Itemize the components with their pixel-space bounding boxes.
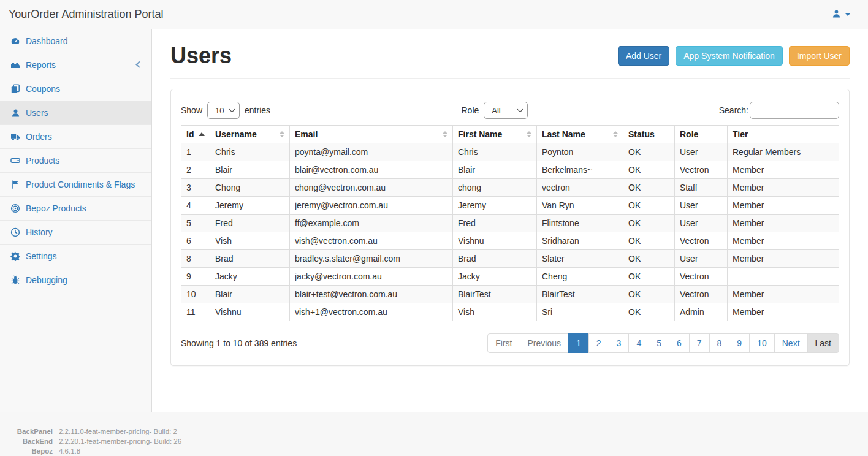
- version-footer: BackPanel2.2.11.0-feat-member-pricing- B…: [0, 412, 868, 456]
- search-input[interactable]: [750, 102, 839, 119]
- table-row[interactable]: 2Blairblair@vectron.com.auBlairBerkelman…: [181, 161, 839, 179]
- gear-icon: [10, 251, 21, 261]
- sidebar-item-label: Coupons: [26, 84, 60, 94]
- page-size-control: Show 10 entries: [181, 102, 270, 119]
- sidebar-item-product-condiments-flags[interactable]: Product Condiments & Flags: [0, 173, 151, 197]
- pagination-page-10[interactable]: 10: [749, 333, 775, 353]
- app-title: YourOrder Administration Portal: [9, 8, 163, 21]
- role-filter-control: Role All: [462, 102, 528, 119]
- chart-area-icon: [10, 60, 21, 70]
- pagination-page-3[interactable]: 3: [609, 333, 630, 353]
- sort-asc-icon: [199, 132, 205, 136]
- pagination-next[interactable]: Next: [774, 333, 808, 353]
- chevron-down-icon: [845, 13, 851, 16]
- collapse-chevron-icon[interactable]: [135, 61, 142, 68]
- show-label: Show: [181, 105, 202, 115]
- divider: [170, 78, 850, 79]
- column-header-tier[interactable]: Tier: [728, 126, 839, 143]
- pagination-page-9[interactable]: 9: [729, 333, 750, 353]
- bug-icon: [10, 275, 21, 285]
- user-icon: [10, 108, 21, 118]
- table-row[interactable]: 9Jackyjacky@vectron.com.auJackyChengOKVe…: [181, 268, 839, 286]
- column-header-username[interactable]: Username: [210, 126, 290, 143]
- sort-icon: [527, 131, 531, 137]
- sidebar-item-products[interactable]: Products: [0, 149, 151, 173]
- user-menu[interactable]: [832, 9, 851, 20]
- pagination-last[interactable]: Last: [807, 333, 839, 353]
- role-filter-select[interactable]: All: [484, 102, 528, 119]
- sidebar-item-settings[interactable]: Settings: [0, 245, 151, 268]
- pagination-page-4[interactable]: 4: [628, 333, 649, 353]
- table-row[interactable]: 11Vishnuvish+1@vectron.com.auVishSriOKAd…: [181, 303, 839, 321]
- entries-summary: Showing 1 to 10 of 389 entries: [181, 338, 297, 348]
- column-header-first-name[interactable]: First Name: [453, 126, 537, 143]
- table-row[interactable]: 4Jeremyjeremy@vectron.com.auJeremyVan Ry…: [181, 197, 839, 215]
- sidebar-item-label: Settings: [26, 251, 57, 261]
- sidebar-item-history[interactable]: History: [0, 221, 151, 245]
- sidebar-item-dashboard[interactable]: Dashboard: [0, 29, 151, 53]
- app-system-notification-button[interactable]: App System Notification: [676, 46, 783, 66]
- table-row[interactable]: 3Chongchong@vectron.com.auchongvectronOK…: [181, 179, 839, 197]
- entries-label: entries: [245, 105, 270, 115]
- sidebar-item-bepoz-products[interactable]: Bepoz Products: [0, 197, 151, 221]
- column-header-last-name[interactable]: Last Name: [537, 126, 623, 143]
- sidebar-item-label: Dashboard: [26, 36, 68, 46]
- sidebar-item-label: History: [26, 227, 53, 237]
- pagination-page-5[interactable]: 5: [649, 333, 669, 353]
- pagination-first[interactable]: First: [487, 333, 520, 353]
- sidebar-item-label: Products: [26, 156, 59, 165]
- pagination-page-1[interactable]: 1: [568, 333, 589, 353]
- sort-icon: [443, 131, 447, 137]
- role-label: Role: [462, 105, 479, 115]
- sidebar-item-orders[interactable]: Orders: [0, 125, 151, 149]
- pagination-page-2[interactable]: 2: [588, 333, 609, 353]
- pagination-page-7[interactable]: 7: [689, 333, 710, 353]
- add-user-button[interactable]: Add User: [618, 46, 669, 66]
- sidebar-item-label: Orders: [26, 132, 52, 142]
- table-row[interactable]: 5Fredff@example.comFredFlintstoneOKUserM…: [181, 215, 839, 232]
- flag-icon: [10, 180, 21, 189]
- import-user-button[interactable]: Import User: [789, 46, 850, 66]
- column-header-email[interactable]: Email: [290, 126, 453, 143]
- drive-icon: [10, 156, 21, 165]
- pagination-page-8[interactable]: 8: [709, 333, 730, 353]
- sidebar-item-label: Users: [26, 108, 48, 118]
- table-row[interactable]: 10Blairblair+test@vectron.com.auBlairTes…: [181, 286, 839, 303]
- user-icon: [832, 9, 841, 20]
- sort-icon: [613, 131, 618, 137]
- version-row: BackEnd2.2.20.1-feat-member-pricing- Bui…: [13, 436, 868, 446]
- users-table: Id Username Email First Name Last Name: [181, 125, 839, 321]
- sidebar-item-label: Product Condiments & Flags: [26, 180, 135, 189]
- coupons-icon: [10, 84, 21, 94]
- table-row[interactable]: 8Bradbradley.s.slater@gmail.comBradSlate…: [181, 250, 839, 268]
- page-title: Users: [170, 43, 232, 69]
- column-header-id[interactable]: Id: [181, 126, 210, 143]
- sidebar-item-reports[interactable]: Reports: [0, 53, 151, 77]
- bullseye-icon: [10, 203, 21, 213]
- sidebar-item-coupons[interactable]: Coupons: [0, 77, 151, 101]
- page-size-select[interactable]: 10: [207, 102, 240, 119]
- sidebar-item-label: Bepoz Products: [26, 203, 86, 213]
- sidebar: Dashboard Reports Coupons Users Order: [0, 29, 152, 412]
- pagination-previous[interactable]: Previous: [520, 333, 569, 353]
- search-label: Search:: [719, 105, 748, 115]
- version-row: Bepoz4.6.1.8: [13, 446, 868, 456]
- top-navbar: YourOrder Administration Portal: [0, 0, 868, 29]
- column-header-status[interactable]: Status: [623, 126, 675, 143]
- table-row[interactable]: 6Vishvish@vectron.com.auVishnuSridharanO…: [181, 232, 839, 250]
- dashboard-icon: [10, 36, 21, 46]
- pagination-page-6[interactable]: 6: [669, 333, 690, 353]
- version-row: BackPanel2.2.11.0-feat-member-pricing- B…: [13, 427, 868, 436]
- page-actions: Add User App System Notification Import …: [618, 46, 850, 66]
- truck-icon: [10, 132, 21, 142]
- sidebar-item-debugging[interactable]: Debugging: [0, 268, 151, 292]
- users-panel: Show 10 entries Role All: [170, 89, 850, 366]
- table-row[interactable]: 1Chrispoynta@ymail.comChrisPoyntonOKUser…: [181, 143, 839, 161]
- clock-icon: [10, 227, 21, 237]
- column-header-role[interactable]: Role: [675, 126, 728, 143]
- sidebar-item-users[interactable]: Users: [0, 101, 151, 125]
- sidebar-item-label: Debugging: [26, 275, 67, 285]
- pagination: First Previous 1 2 3 4 5 6 7 8 9 10 Next…: [487, 333, 839, 353]
- search-control: Search:: [719, 102, 839, 119]
- sort-icon: [280, 131, 284, 137]
